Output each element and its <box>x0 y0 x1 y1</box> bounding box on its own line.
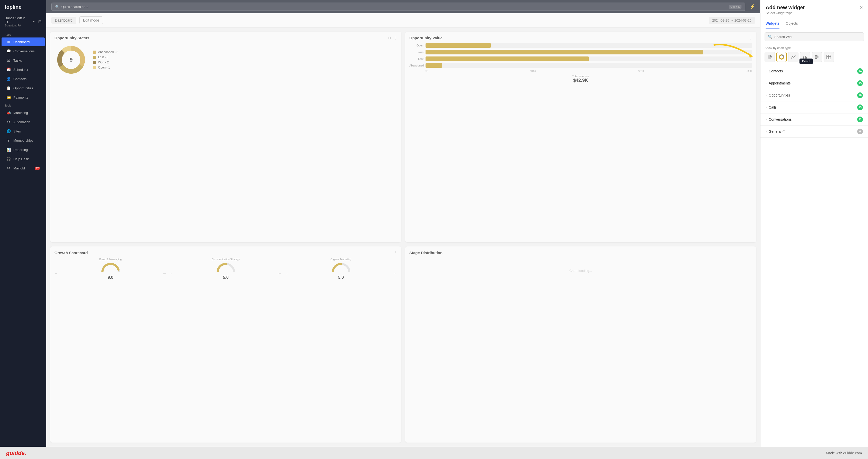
chevron-right-icon: › <box>766 118 767 121</box>
tab-widgets[interactable]: Widgets <box>766 18 779 29</box>
widget-growth-scorecard: Growth Scorecard ⋮ Brand & Messaging <box>50 246 401 443</box>
category-count: 0 <box>857 129 863 134</box>
category-name: General ⓘ <box>769 129 857 134</box>
legend-item: Lost - 3 <box>93 56 118 59</box>
chevron-right-icon: › <box>766 69 767 73</box>
chevron-right-icon: › <box>766 130 767 133</box>
sidebar-item-label: Automation <box>13 120 30 124</box>
topbar: 🔍 Quick search here Ctrl + K ⚡ <box>46 0 760 13</box>
account-name: Dunder Mifflin [D... <box>5 16 32 24</box>
more-icon[interactable]: ⋮ <box>748 36 752 40</box>
sidebar-item-reporting[interactable]: 📊 Reporting <box>2 145 45 154</box>
main-area: 🔍 Quick search here Ctrl + K ⚡ Dashboard… <box>46 0 760 447</box>
sidebar-item-label: Contacts <box>13 77 26 81</box>
sidebar-item-marketing[interactable]: 📣 Marketing <box>2 108 45 117</box>
category-name: Contacts <box>769 69 857 73</box>
widgets-grid: Opportunity Status ⚙ ⋮ <box>46 28 760 447</box>
chart-type-line-button[interactable] <box>788 52 799 62</box>
conversations-icon: 💬 <box>6 49 11 53</box>
dashboard-icon: ⊞ <box>6 40 11 44</box>
stage-chart-placeholder: Chart loading... <box>409 258 752 284</box>
memberships-icon: 🎖 <box>6 139 11 143</box>
search-bar[interactable]: 🔍 Quick search here Ctrl + K <box>51 3 745 11</box>
category-appointments[interactable]: › Appointments 15 <box>761 77 868 89</box>
more-icon[interactable]: ⋮ <box>394 36 397 40</box>
widget-title: Opportunity Status <box>54 36 388 40</box>
category-contacts[interactable]: › Contacts 14 <box>761 65 868 77</box>
chart-type-table-button[interactable] <box>824 52 834 62</box>
chart-type-pie-button[interactable] <box>765 52 775 62</box>
sidebar-item-conversations[interactable]: 💬 Conversations <box>2 47 45 56</box>
search-icon: 🔍 <box>768 35 772 39</box>
chart-type-buttons <box>765 52 864 62</box>
sidebar-item-dashboard[interactable]: ⊞ Dashboard <box>2 37 45 46</box>
svg-rect-8 <box>805 56 806 59</box>
more-icon[interactable]: ⋮ <box>394 250 397 255</box>
category-calls[interactable]: › Calls 13 <box>761 101 868 114</box>
category-conversations[interactable]: › Conversations 12 <box>761 114 868 125</box>
sidebar: topline Dunder Mifflin [D... Scranton, P… <box>0 0 46 447</box>
filter-icon[interactable]: ⚙ <box>388 36 392 40</box>
svg-rect-10 <box>815 55 817 56</box>
category-count: 14 <box>857 68 863 74</box>
bar-row: Open <box>409 43 752 48</box>
category-name: Conversations <box>769 117 857 121</box>
chart-type-bar-h-button[interactable] <box>812 52 822 62</box>
sidebar-item-label: Marketing <box>13 111 28 115</box>
donut-chart: 9 <box>54 43 88 76</box>
helpdesk-icon: 🎧 <box>6 157 11 161</box>
sidebar-item-automation[interactable]: ⚙ Automation <box>2 118 45 126</box>
sidebar-item-contacts[interactable]: 👤 Contacts <box>2 74 45 83</box>
sidebar-item-sites[interactable]: 🌐 Sites <box>2 127 45 135</box>
category-count: 16 <box>857 92 863 98</box>
panel-title: Add new widget <box>766 5 805 10</box>
sidebar-brand: topline <box>0 0 46 14</box>
sidebar-item-payments[interactable]: 💳 Payments <box>2 93 45 102</box>
svg-rect-13 <box>827 55 831 59</box>
chart-type-section: Show by chart type <box>761 44 868 63</box>
sidebar-item-memberships[interactable]: 🎖 Memberships <box>2 136 45 145</box>
category-opportunities[interactable]: › Opportunities 16 <box>761 89 868 101</box>
bar-row: Lost <box>409 57 752 61</box>
sidebar-item-opportunities[interactable]: 📋 Opportunities <box>2 84 45 92</box>
sidebar-item-label: Dashboard <box>13 40 30 44</box>
panel-close-button[interactable]: × <box>860 5 863 10</box>
scorecard-gauges: Brand & Messaging 010 9.0 Communication … <box>54 258 397 280</box>
sidebar-item-helpdesk[interactable]: 🎧 Help Desk <box>2 155 45 163</box>
layout-icon[interactable]: ⊟ <box>38 19 41 24</box>
tools-section-label: Tools <box>0 102 46 108</box>
search-input[interactable] <box>774 35 861 39</box>
sidebar-item-tasks[interactable]: ☑ Tasks <box>2 56 45 65</box>
sidebar-item-label: Opportunities <box>13 86 33 90</box>
sidebar-item-label: Reporting <box>13 148 28 152</box>
sidebar-item-label: Memberships <box>13 139 33 143</box>
search-icon: 🔍 <box>55 5 59 9</box>
category-name: Opportunities <box>769 93 857 97</box>
gauge-brand: Brand & Messaging 010 9.0 <box>54 258 166 280</box>
sidebar-item-scheduler[interactable]: 📅 Scheduler <box>2 65 45 74</box>
widget-opportunity-value: Opportunity Value ⋮ Open Won Lo <box>405 32 756 242</box>
reporting-icon: 📊 <box>6 148 11 152</box>
sidebar-item-label: Payments <box>13 95 28 99</box>
category-name: Calls <box>769 105 857 110</box>
svg-point-6 <box>780 56 782 58</box>
sidebar-item-mailfold[interactable]: ✉ Mailfold 12 <box>2 164 45 173</box>
widget-opportunity-status: Opportunity Status ⚙ ⋮ <box>50 32 401 242</box>
tasks-icon: ☑ <box>6 58 11 62</box>
chevron-right-icon: › <box>766 81 767 85</box>
category-general[interactable]: › General ⓘ 0 <box>761 125 868 137</box>
scheduler-icon: 📅 <box>6 67 11 72</box>
sidebar-account[interactable]: Dunder Mifflin [D... Scranton, PA ▾ ⊟ <box>0 14 46 31</box>
lightning-icon[interactable]: ⚡ <box>749 4 755 9</box>
category-count: 12 <box>857 117 863 122</box>
bar-row: Abandoned <box>409 63 752 68</box>
info-icon: ⓘ <box>782 130 785 133</box>
sites-icon: 🌐 <box>6 129 11 133</box>
mailfold-badge: 12 <box>35 166 40 170</box>
panel-search[interactable]: 🔍 <box>765 32 864 41</box>
tab-objects[interactable]: Objects <box>786 18 798 29</box>
chart-type-donut-button[interactable] <box>776 52 787 62</box>
edit-mode-button[interactable]: Edit mode <box>79 17 103 24</box>
chart-type-bar-v-button[interactable] <box>800 52 810 62</box>
revenue-info: Total revenue $42.9K <box>409 75 752 83</box>
